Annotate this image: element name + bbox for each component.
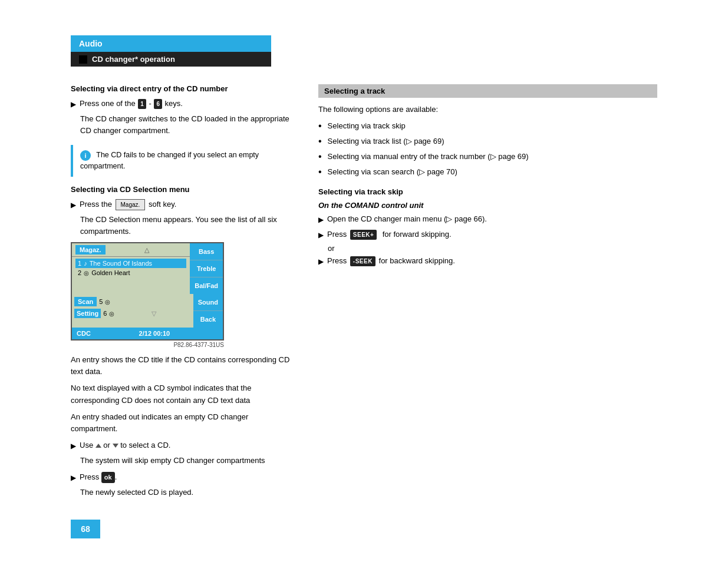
track1-disc-icon: ♪ (84, 260, 87, 267)
page-number: 68 (71, 520, 100, 538)
seek-bwd-badge: -SEEK (350, 256, 375, 266)
step2-text: Press the Magaz. soft key. (80, 199, 295, 210)
option-2-text: Selecting via track list (▷ page 69) (328, 135, 444, 148)
step2-item: ▶ Press the Magaz. soft key. (71, 199, 295, 210)
step4-desc: The newly selected CD is played. (71, 487, 295, 498)
right-buttons-bottom: Sound Back (193, 294, 223, 328)
seek-fwd-badge: SEEK+ (350, 230, 377, 240)
step1-text: Press one of the 1 - 6 keys. (80, 98, 295, 110)
skip-title: Selecting via track skip (318, 187, 657, 196)
cd-middle-row: Scan 5 ◎ Setting 6 ◎ ▽ Sound Back (72, 294, 223, 328)
cdc-label: CDC (77, 330, 91, 337)
step1-desc: The CD changer switches to the CD loaded… (71, 113, 295, 137)
track1-name: The Sound Of Islands (90, 260, 152, 267)
track2-name: Golden Heart (91, 269, 130, 276)
skip-step3: ▶ Press -SEEK for backward skipping. (318, 255, 657, 267)
bullet-dot-3: • (318, 151, 322, 163)
bass-btn: Bass (190, 243, 223, 260)
skip-step2-text: Press SEEK+ for forward skipping. (327, 229, 657, 240)
selecting-track-header: Selecting a track (318, 84, 657, 98)
treble-btn: Treble (190, 260, 223, 277)
arrow-skip-2: ▶ (318, 230, 324, 240)
balfad-btn: Bal/Fad (190, 277, 223, 294)
option-1-text: Selecting via track skip (328, 120, 406, 133)
bullet-dot-1: • (318, 120, 322, 133)
para3: An entry shaded out indicates an empty C… (71, 411, 295, 435)
track6: 6 (103, 310, 107, 317)
up-arrow-icon (95, 444, 101, 448)
arrow-icon-4: ▶ (71, 472, 76, 483)
option-2: • Selecting via track list (▷ page 69) (318, 135, 657, 148)
cd-screen-top: Magaz. △ (72, 243, 190, 257)
disc5-icon: ◎ (105, 299, 110, 305)
skip-step1-text: Open the CD changer main menu (▷ page 66… (327, 213, 657, 225)
right-column: Selecting a track The following options … (318, 84, 657, 503)
step1-item: ▶ Press one of the 1 - 6 keys. (71, 98, 295, 110)
bullet-dot-2: • (318, 135, 322, 148)
info-box: i The CD fails to be changed if you sele… (71, 145, 295, 177)
cd-magaz-label: Magaz. (75, 245, 106, 254)
cd-screen: Magaz. △ 1 ♪ The Sound Of Islands (71, 242, 224, 340)
option-3-text: Selecting via manual entry of the track … (328, 151, 529, 163)
cd-bottom-bar: CDC 2/12 00:10 (72, 328, 223, 339)
step4-text: Press ok. (80, 471, 295, 483)
arrow-icon: ▶ (71, 99, 76, 110)
track1-row: 1 ♪ The Sound Of Islands (75, 259, 186, 268)
track1-num: 1 (78, 260, 81, 267)
arrow-icon-3: ▶ (71, 441, 76, 451)
option-1: • Selecting via track skip (318, 120, 657, 133)
setting-row: Setting 6 ◎ ▽ (74, 308, 191, 319)
skip-section: Selecting via track skip On the COMAND c… (318, 187, 657, 267)
option-3: • Selecting via manual entry of the trac… (318, 151, 657, 163)
track2-row: 2 ◎ Golden Heart (75, 268, 186, 277)
section-label: CD changer* operation (71, 52, 271, 67)
skip-step2: ▶ Press SEEK+ for forward skipping. (318, 229, 657, 240)
right-buttons-top: Bass Treble Bal/Fad (190, 243, 223, 294)
sound-btn: Sound (193, 294, 223, 311)
track5: 5 (99, 298, 103, 305)
skip-step1: ▶ Open the CD changer main menu (▷ page … (318, 213, 657, 225)
disc6-icon: ◎ (109, 310, 114, 317)
arrow-skip-3: ▶ (318, 256, 324, 267)
black-square-icon (79, 55, 87, 64)
section1-title: Selecting via direct entry of the CD num… (71, 84, 295, 93)
section2-title: Selecting via CD Selection menu (71, 185, 295, 194)
arrow-skip-1: ▶ (318, 214, 324, 225)
para2: No text displayed with a CD symbol indic… (71, 382, 295, 406)
step2-desc: The CD Selection menu appears. You see t… (71, 214, 295, 237)
info-text: The CD fails to be changed if you select… (80, 151, 259, 170)
option-4-text: Selecting via scan search (▷ page 70) (328, 166, 457, 178)
ref-code: P82.86-4377-31US (71, 342, 224, 348)
step3-text: Use or to select a CD. (80, 439, 295, 451)
skip-step3-text: Press -SEEK for backward skipping. (327, 255, 657, 267)
option-4: • Selecting via scan search (▷ page 70) (318, 166, 657, 178)
step3-desc: The system will skip empty CD changer co… (71, 455, 295, 467)
scan-label: Scan (74, 297, 97, 306)
down-arrow-icon (113, 444, 118, 448)
or-text: or (328, 244, 657, 253)
scan-row: Scan 5 ◎ (74, 296, 191, 308)
setting-label: Setting (74, 309, 101, 318)
options-intro: The following options are available: (318, 104, 657, 115)
cdc-info: 2/12 00:10 (91, 330, 218, 337)
track2-disc-icon: ◎ (84, 270, 89, 276)
audio-label: Audio (71, 35, 271, 52)
cd-middle-left: Scan 5 ◎ Setting 6 ◎ ▽ (72, 294, 193, 328)
left-column: Selecting via direct entry of the CD num… (71, 84, 295, 503)
arrow-icon-2: ▶ (71, 200, 76, 210)
track2-num: 2 (78, 269, 81, 276)
key-1-badge: 1 (138, 99, 146, 109)
step4-item: ▶ Press ok. (71, 471, 295, 483)
step3-item: ▶ Use or to select a CD. (71, 439, 295, 451)
ok-badge: ok (101, 472, 115, 483)
on-comand-title: On the COMAND control unit (318, 201, 657, 210)
cd-screen-wrapper: Magaz. △ 1 ♪ The Sound Of Islands (71, 242, 295, 348)
info-icon: i (80, 150, 91, 161)
back-btn: Back (193, 311, 223, 328)
para1: An entry shows the CD title if the CD co… (71, 354, 295, 378)
content-area: Selecting via direct entry of the CD num… (71, 84, 657, 503)
page-header: Audio CD changer* operation (71, 35, 271, 67)
key-6-badge: 6 (154, 99, 162, 109)
cd-track-list: 1 ♪ The Sound Of Islands 2 ◎ Golden Hear… (72, 257, 190, 279)
magaz-softkey[interactable]: Magaz. (116, 199, 146, 210)
